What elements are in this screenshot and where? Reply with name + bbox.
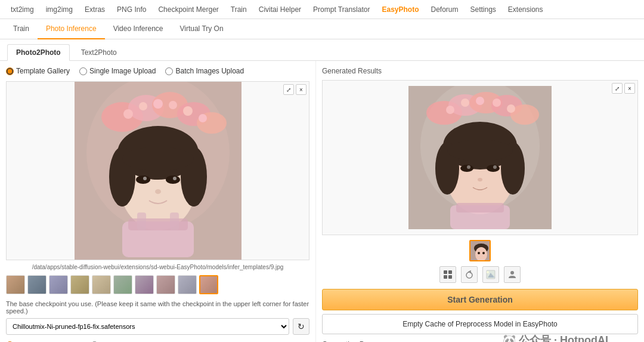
grid-icon-svg: [443, 270, 453, 279]
upload-options: Template Gallery Single Image Upload Bat…: [6, 67, 309, 75]
image-path: /data/apps/stable-diffusion-webui/extens…: [6, 264, 309, 270]
main-tab-bar: Photo2Photo Text2Photo: [0, 39, 644, 61]
tab-text2photo[interactable]: Text2Photo: [72, 44, 126, 60]
svg-point-21: [173, 177, 177, 180]
thumb-8[interactable]: [156, 275, 175, 294]
svg-point-36: [476, 97, 484, 105]
mountain-scene-icon[interactable]: [482, 266, 499, 283]
svg-point-53: [475, 247, 487, 261]
svg-rect-50: [456, 203, 504, 212]
svg-point-46: [467, 165, 470, 169]
svg-point-54: [478, 252, 480, 254]
nav-prompt-translator[interactable]: Prompt Translator: [307, 0, 376, 19]
checkpoint-label: The base checkpoint you use. (Please kee…: [6, 300, 309, 315]
nav-txt2img[interactable]: txt2img: [5, 0, 40, 19]
svg-point-20: [143, 177, 147, 180]
template-image: [75, 81, 242, 260]
nav-checkpoint-merger[interactable]: Checkpoint Merger: [152, 0, 224, 19]
right-panel: Generated Results: [316, 61, 644, 342]
svg-rect-56: [444, 270, 447, 274]
svg-point-8: [139, 102, 147, 110]
subnav-virtual-try-on[interactable]: Virtual Try On: [171, 19, 231, 39]
result-thumb-1[interactable]: [469, 240, 491, 261]
svg-point-10: [169, 101, 177, 109]
svg-rect-59: [448, 275, 452, 279]
svg-point-18: [136, 175, 150, 184]
nav-easyphoto[interactable]: EasyPhoto: [376, 0, 425, 19]
thumb-7[interactable]: [135, 275, 154, 294]
svg-point-64: [487, 271, 489, 273]
thumb-9[interactable]: [178, 275, 197, 294]
tab-photo2photo[interactable]: Photo2Photo: [7, 44, 70, 61]
result-expand-button[interactable]: ⤢: [612, 83, 623, 94]
start-generation-button[interactable]: Start Generation: [322, 289, 638, 310]
thumb-6[interactable]: [113, 275, 132, 294]
svg-point-48: [478, 178, 482, 181]
radio-single-upload[interactable]: [79, 67, 87, 75]
nav-png-info[interactable]: PNG Info: [111, 0, 152, 19]
main-content: Template Gallery Single Image Upload Bat…: [0, 61, 644, 342]
nav-settings[interactable]: Settings: [464, 0, 501, 19]
svg-point-19: [166, 175, 180, 184]
svg-point-11: [183, 106, 193, 116]
svg-point-34: [446, 106, 454, 114]
nav-extras[interactable]: Extras: [79, 0, 111, 19]
nav-extensions[interactable]: Extensions: [502, 0, 549, 19]
thumb-2[interactable]: [27, 275, 47, 294]
refresh-results-icon[interactable]: [461, 266, 478, 283]
refresh-icon: ↻: [298, 322, 305, 331]
result-image: [408, 86, 552, 229]
svg-point-45: [487, 165, 500, 172]
radio-batch-upload[interactable]: [165, 67, 173, 75]
option-template-gallery[interactable]: Template Gallery: [6, 67, 70, 75]
thumb-1[interactable]: [6, 275, 25, 294]
nav-train[interactable]: Train: [225, 0, 253, 19]
checkpoint-row: Chilloutmix-Ni-pruned-fp16-fix.safetenso…: [6, 318, 309, 335]
svg-rect-57: [448, 270, 452, 274]
thumb-4[interactable]: [70, 275, 89, 294]
image-controls: ⤢ ×: [283, 84, 306, 95]
nav-civitai-helper[interactable]: Civitai Helper: [253, 0, 307, 19]
mountain-icon-svg: [486, 270, 496, 279]
action-icons: [322, 266, 638, 283]
result-thumb-img: [470, 241, 491, 261]
empty-cache-button[interactable]: Empty Cache of Preprocess Model in EasyP…: [322, 314, 638, 334]
option-single-upload[interactable]: Single Image Upload: [79, 67, 156, 75]
svg-point-43: [447, 140, 513, 161]
result-close-button[interactable]: ×: [624, 83, 635, 94]
refresh-icon-svg: [465, 270, 474, 279]
checkpoint-select[interactable]: Chilloutmix-Ni-pruned-fp16-fix.safetenso…: [6, 318, 289, 335]
subnav-photo-inference[interactable]: Photo Inference: [38, 19, 105, 39]
subnav-video-inference[interactable]: Video Inference: [105, 19, 172, 39]
svg-point-9: [153, 99, 163, 109]
svg-point-60: [466, 272, 472, 278]
close-button[interactable]: ×: [296, 84, 306, 95]
svg-point-44: [460, 165, 473, 172]
thumb-3[interactable]: [49, 275, 68, 294]
result-image-display: ⤢ ×: [322, 80, 638, 235]
svg-point-38: [507, 104, 515, 113]
result-thumbnail-row: [322, 240, 638, 261]
svg-point-17: [122, 147, 194, 171]
svg-point-55: [482, 252, 485, 254]
top-navigation: txt2img img2img Extras PNG Info Checkpoi…: [0, 0, 644, 19]
person-icon[interactable]: [504, 266, 521, 283]
svg-point-7: [123, 109, 133, 119]
generated-results-title: Generated Results: [322, 67, 638, 75]
result-controls: ⤢ ×: [612, 83, 635, 94]
refresh-checkpoint-button[interactable]: ↻: [293, 318, 309, 335]
radio-template-gallery[interactable]: [6, 67, 14, 75]
grid-view-icon[interactable]: [439, 266, 456, 283]
left-panel: Template Gallery Single Image Upload Bat…: [0, 61, 316, 342]
subnav-train[interactable]: Train: [5, 19, 38, 39]
svg-point-35: [461, 98, 469, 107]
svg-rect-26: [170, 212, 179, 230]
expand-button[interactable]: ⤢: [283, 84, 294, 95]
sub-navigation: Train Photo Inference Video Inference Vi…: [0, 19, 644, 39]
option-batch-upload[interactable]: Batch Images Upload: [165, 67, 244, 75]
nav-img2img[interactable]: img2img: [40, 0, 79, 19]
thumb-5[interactable]: [92, 275, 111, 294]
svg-point-22: [155, 189, 161, 194]
thumb-10-active[interactable]: [199, 275, 218, 294]
nav-deforum[interactable]: Deforum: [425, 0, 464, 19]
